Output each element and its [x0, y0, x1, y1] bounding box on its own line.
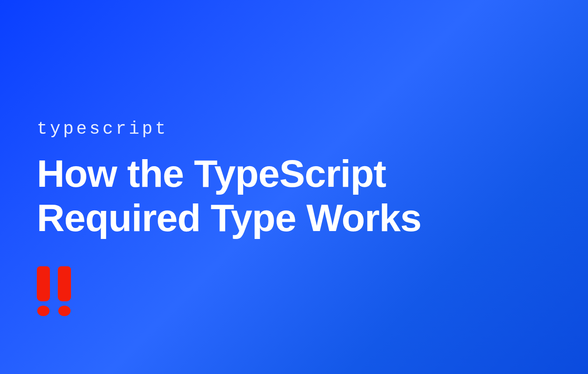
exclamation-icon: [37, 266, 50, 316]
category-label: typescript: [37, 119, 519, 139]
exclamation-icon: [58, 266, 71, 316]
hero-content: typescript How the TypeScript Required T…: [37, 119, 519, 316]
article-title: How the TypeScript Required Type Works: [37, 151, 519, 240]
double-exclamation-icon: [37, 266, 519, 316]
